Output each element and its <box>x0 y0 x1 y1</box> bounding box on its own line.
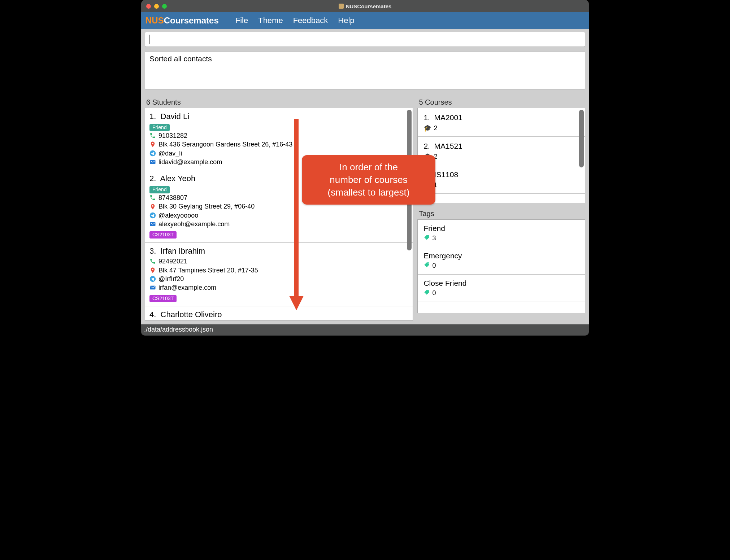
course-index: 1. <box>423 113 430 122</box>
tag-icon <box>423 234 430 242</box>
maximize-window-button[interactable] <box>162 4 167 9</box>
course-item[interactable]: 3. IS1108 🎓 1 <box>418 165 585 194</box>
course-code: MA1521 <box>434 142 462 150</box>
menu-theme[interactable]: Theme <box>258 16 283 25</box>
course-index: 2. <box>423 142 430 150</box>
window-title: NUSCoursemates <box>141 3 589 9</box>
student-address: Blk 47 Tampines Street 20, #17-35 <box>158 266 258 275</box>
student-telegram: @IrfIrf20 <box>158 275 184 283</box>
student-index: 3. <box>149 246 156 255</box>
course-tag: CS2103T <box>149 295 177 302</box>
course-count: 2 <box>434 124 437 132</box>
command-input[interactable] <box>145 32 585 47</box>
courses-list[interactable]: 1. MA2001 🎓 2 2. MA1521 <box>417 108 585 203</box>
student-card[interactable]: 3. Irfan Ibrahim 92492021 <box>145 243 413 306</box>
student-name: David Li <box>161 112 189 121</box>
students-pane: 6 Students 1. David Li Friend 91031282 <box>145 98 413 321</box>
student-phone: 92492021 <box>158 257 187 266</box>
student-phone: 87438807 <box>158 193 187 202</box>
brand-rest: Coursemates <box>164 16 219 26</box>
courses-count-label: 5 Courses <box>417 98 585 108</box>
tag-name: Close Friend <box>423 279 579 288</box>
annotation-line: (smallest to largest) <box>311 186 426 199</box>
location-pin-icon <box>149 267 156 274</box>
tags-pane: Tags Friend 3 Emergen <box>417 210 585 313</box>
student-card[interactable]: 4. Charlotte Oliveiro 93210283 <box>145 306 413 321</box>
telegram-icon <box>149 276 156 282</box>
friend-tag: Friend <box>149 186 170 193</box>
friend-tag: Friend <box>149 124 170 131</box>
student-telegram: @alexyooooo <box>158 211 198 220</box>
app-body: Sorted all contacts 6 Students 1. David … <box>141 29 589 324</box>
student-phone: 93210283 <box>158 321 187 321</box>
status-path: ./data/addressbook.json <box>144 326 213 333</box>
graduate-icon: 🎓 <box>423 124 431 132</box>
student-index: 2. <box>149 174 156 183</box>
student-index: 4. <box>149 310 156 319</box>
result-text: Sorted all contacts <box>149 54 581 63</box>
tag-count-value: 3 <box>432 235 436 242</box>
close-window-button[interactable] <box>146 4 151 9</box>
tag-icon <box>423 289 430 297</box>
brand-logo: NUSCoursemates <box>145 16 219 26</box>
student-index: 1. <box>149 112 156 121</box>
email-icon <box>149 284 156 291</box>
svg-point-3 <box>152 205 153 206</box>
course-code: MA2001 <box>434 113 462 122</box>
students-count-label: 6 Students <box>145 98 413 108</box>
student-address: Blk 30 Geylang Street 29, #06-40 <box>158 202 255 211</box>
menu-file[interactable]: File <box>235 16 248 25</box>
tag-name: Emergency <box>423 251 579 260</box>
menubar: NUSCoursemates File Theme Feedback Help <box>141 12 589 29</box>
minimize-window-button[interactable] <box>154 4 159 9</box>
student-email: lidavid@example.com <box>158 158 222 166</box>
course-item[interactable]: 2. MA1521 🎓 2 <box>418 137 585 165</box>
phone-icon <box>149 194 156 201</box>
tags-list[interactable]: Friend 3 Emergency <box>417 219 585 313</box>
course-item[interactable]: 1. MA2001 🎓 2 <box>418 108 585 137</box>
text-caret <box>149 35 149 44</box>
tag-name: Friend <box>423 224 579 233</box>
student-name: Charlotte Oliveiro <box>161 310 222 319</box>
courses-scrollbar[interactable] <box>579 110 584 167</box>
email-icon <box>149 221 156 227</box>
app-window: NUSCoursemates NUSCoursemates File Theme… <box>141 0 589 336</box>
student-name: Alex Yeoh <box>160 174 195 183</box>
result-display: Sorted all contacts <box>145 51 585 89</box>
annotation-line: number of courses <box>311 174 426 186</box>
annotation-line: In order of the <box>311 161 426 174</box>
svg-point-13 <box>428 263 429 264</box>
telegram-icon <box>149 212 156 219</box>
student-name: Irfan Ibrahim <box>161 246 205 255</box>
courses-pane: 5 Courses 1. MA2001 🎓 2 <box>417 98 585 203</box>
student-email: alexyeoh@example.com <box>158 220 230 228</box>
telegram-icon <box>149 150 156 157</box>
phone-icon <box>149 258 156 264</box>
window-controls <box>141 4 167 9</box>
menu-feedback[interactable]: Feedback <box>293 16 328 25</box>
student-phone: 91031282 <box>158 131 187 140</box>
right-pane: 5 Courses 1. MA2001 🎓 2 <box>417 98 585 321</box>
menu-help[interactable]: Help <box>338 16 354 25</box>
tag-count-value: 0 <box>432 289 436 297</box>
svg-point-0 <box>152 143 153 144</box>
svg-point-14 <box>428 290 429 291</box>
tag-item[interactable]: Friend 3 <box>418 220 585 247</box>
location-pin-icon <box>149 204 156 210</box>
student-telegram: @dav_li <box>158 149 182 158</box>
student-email: irfan@example.com <box>158 283 216 292</box>
course-tag: CS2103T <box>149 231 177 239</box>
titlebar: NUSCoursemates <box>141 0 589 12</box>
brand-nus: NUS <box>145 16 164 26</box>
window-title-text: NUSCoursemates <box>346 3 392 9</box>
tags-label: Tags <box>417 210 585 219</box>
student-address: Blk 436 Serangoon Gardens Street 26, #16… <box>158 140 292 149</box>
tag-item[interactable]: Emergency 0 <box>418 247 585 275</box>
tag-count-value: 0 <box>432 262 436 270</box>
status-bar: ./data/addressbook.json <box>141 324 589 336</box>
students-list[interactable]: 1. David Li Friend 91031282 <box>145 108 413 321</box>
app-icon <box>339 4 344 9</box>
svg-point-6 <box>152 269 153 270</box>
location-pin-icon <box>149 141 156 148</box>
tag-item[interactable]: Close Friend 0 <box>418 275 585 302</box>
